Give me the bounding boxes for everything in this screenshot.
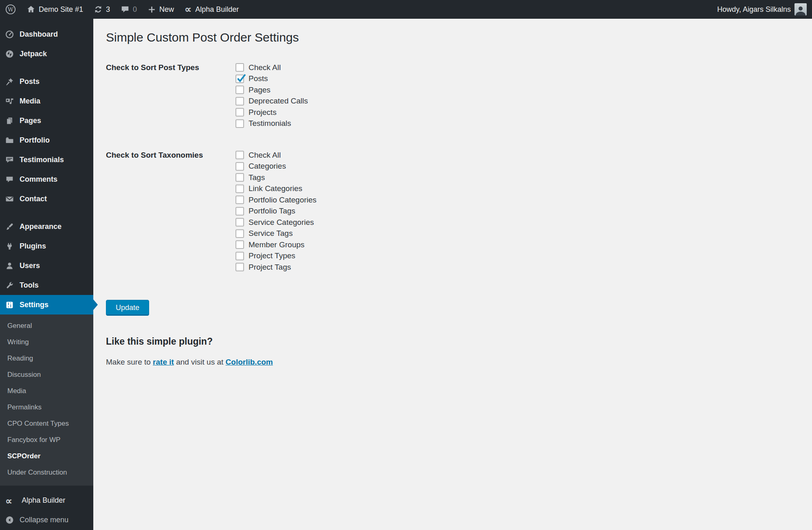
checkbox[interactable] xyxy=(235,218,244,227)
wordpress-logo-button[interactable]: W xyxy=(0,0,21,19)
update-icon xyxy=(94,5,103,14)
post-types-label: Check to Sort Post Types xyxy=(106,62,235,129)
checkbox[interactable] xyxy=(235,108,244,117)
collapse-menu-button[interactable]: Collapse menu xyxy=(0,510,93,530)
checkbox[interactable] xyxy=(235,75,244,83)
sidebar-item-media[interactable]: Media xyxy=(0,91,93,111)
sidebar-item-appearance[interactable]: Appearance xyxy=(0,217,93,236)
wrench-icon xyxy=(5,281,14,290)
new-label: New xyxy=(159,5,174,14)
checkbox[interactable] xyxy=(235,196,244,204)
sidebar-item-contact[interactable]: Contact xyxy=(0,189,93,209)
sidebar-item-posts[interactable]: Posts xyxy=(0,72,93,91)
alpha-builder-topbar-button[interactable]: Alpha Builder xyxy=(179,0,244,19)
checkbox-row: Member Groups xyxy=(235,239,317,251)
checkbox[interactable] xyxy=(235,151,244,159)
checkbox-row: Tags xyxy=(235,172,317,183)
avatar xyxy=(794,3,807,15)
admin-bar: W Demo Site #1 3 xyxy=(0,0,812,19)
sidebar-subitem-scporder[interactable]: SCPOrder xyxy=(0,448,93,464)
sidebar-item-label: Plugins xyxy=(20,242,46,251)
sidebar-item-settings[interactable]: Settings xyxy=(0,295,93,314)
sidebar-subitem-cpo-content-types[interactable]: CPO Content Types xyxy=(0,416,93,432)
sidebar-item-comments[interactable]: Comments xyxy=(0,169,93,189)
sidebar-item-plugins[interactable]: Plugins xyxy=(0,236,93,256)
sidebar-subitem-discussion[interactable]: Discussion xyxy=(0,367,93,383)
checkbox[interactable] xyxy=(235,252,244,260)
checkbox-label: Check All xyxy=(249,151,281,160)
checkbox[interactable] xyxy=(235,173,244,182)
settings-sliders-icon xyxy=(5,301,14,309)
checkbox[interactable] xyxy=(235,97,244,106)
sidebar-subitem-under-construction[interactable]: Under Construction xyxy=(0,464,93,481)
home-icon xyxy=(26,5,35,14)
checkbox[interactable] xyxy=(235,207,244,216)
checkbox-label: Projects xyxy=(249,108,277,117)
sidebar-item-alpha-builder[interactable]: Alpha Builder xyxy=(0,490,93,510)
checkbox-label: Categories xyxy=(249,162,286,171)
checkbox[interactable] xyxy=(235,240,244,249)
account-menu[interactable]: Howdy, Aigars Silkalns xyxy=(712,0,812,19)
checkbox[interactable] xyxy=(235,63,244,72)
taxonomies-label: Check to Sort Taxonomies xyxy=(106,150,235,273)
checkbox-label: Posts xyxy=(249,74,268,83)
sidebar-subitem-fancybox-for-wp[interactable]: Fancybox for WP xyxy=(0,432,93,448)
updates-button[interactable]: 3 xyxy=(88,0,115,19)
sidebar-item-portfolio[interactable]: Portfolio xyxy=(0,130,93,150)
comments-button[interactable]: 0 xyxy=(115,0,142,19)
sidebar-item-label: Portfolio xyxy=(20,136,50,145)
sidebar-item-dashboard[interactable]: Dashboard xyxy=(0,24,93,44)
alpha-builder-topbar-label: Alpha Builder xyxy=(195,5,239,14)
site-name-menu[interactable]: Demo Site #1 xyxy=(21,0,88,19)
sidebar-subitem-permalinks[interactable]: Permalinks xyxy=(0,399,93,416)
promo-text-middle: and visit us at xyxy=(174,358,226,366)
comments-icon xyxy=(5,175,14,184)
sidebar-item-pages[interactable]: Pages xyxy=(0,111,93,130)
sidebar-item-label: Tools xyxy=(20,281,39,290)
checkbox-label: Project Types xyxy=(249,251,295,260)
rate-it-link[interactable]: rate it xyxy=(153,358,174,366)
admin-menu: Dashboard Jetpack Posts xyxy=(0,19,93,314)
checkbox[interactable] xyxy=(235,162,244,171)
sidebar-item-tools[interactable]: Tools xyxy=(0,275,93,295)
checkbox-row: Link Categories xyxy=(235,183,317,195)
sidebar-subitem-general[interactable]: General xyxy=(0,318,93,334)
colorlib-link[interactable]: Colorlib.com xyxy=(226,358,273,366)
checkbox[interactable] xyxy=(235,263,244,271)
sidebar-subitem-media[interactable]: Media xyxy=(0,383,93,399)
sidebar-item-testimonials[interactable]: Testimonials xyxy=(0,150,93,169)
sidebar-item-label: Appearance xyxy=(20,222,62,231)
checkbox-label: Service Tags xyxy=(249,229,293,238)
admin-bar-right: Howdy, Aigars Silkalns xyxy=(712,0,812,19)
plug-icon xyxy=(5,242,14,251)
sidebar-item-label: Settings xyxy=(20,301,48,309)
comment-bubble-icon xyxy=(121,5,130,14)
svg-text:W: W xyxy=(8,6,13,13)
menu-separator xyxy=(0,209,93,217)
sidebar-item-label: Dashboard xyxy=(20,30,58,39)
checkbox-row: Service Tags xyxy=(235,228,317,240)
checkbox-label: Check All xyxy=(249,63,281,72)
checkbox-row: Categories xyxy=(235,161,317,172)
new-content-button[interactable]: New xyxy=(142,0,179,19)
checkbox[interactable] xyxy=(235,86,244,94)
sidebar-subitem-reading[interactable]: Reading xyxy=(0,350,93,367)
checkbox-row: Service Categories xyxy=(235,217,317,228)
checkbox-label: Member Groups xyxy=(249,240,304,249)
wordpress-logo-icon: W xyxy=(5,4,16,15)
checkbox[interactable] xyxy=(235,229,244,238)
checkbox[interactable] xyxy=(235,185,244,193)
sidebar-subitem-writing[interactable]: Writing xyxy=(0,334,93,350)
sidebar-item-label: Comments xyxy=(20,175,57,184)
update-button[interactable]: Update xyxy=(106,300,149,316)
comment-count-badge: 0 xyxy=(133,5,137,14)
sidebar-item-users[interactable]: Users xyxy=(0,256,93,275)
checkbox[interactable] xyxy=(235,119,244,128)
admin-sidebar: Dashboard Jetpack Posts xyxy=(0,19,93,530)
checkbox-row: Projects xyxy=(235,107,308,118)
sidebar-item-jetpack[interactable]: Jetpack xyxy=(0,44,93,64)
checkbox-label: Link Categories xyxy=(249,184,302,193)
testimonials-icon xyxy=(5,156,14,164)
howdy-label: Howdy, Aigars Silkalns xyxy=(717,5,791,14)
sidebar-item-label: Collapse menu xyxy=(20,516,68,524)
